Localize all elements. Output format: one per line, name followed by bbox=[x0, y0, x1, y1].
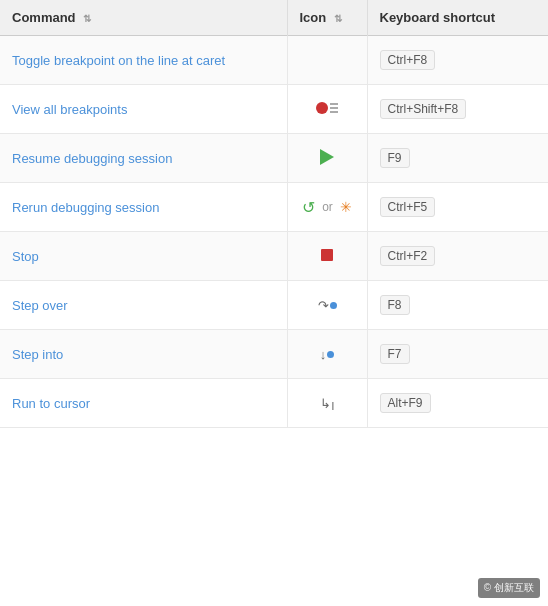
table-row: Step into ↓ F7 bbox=[0, 330, 548, 379]
stepinto-icon: ↓ bbox=[320, 347, 335, 362]
icon-cell: ↓ bbox=[287, 330, 367, 379]
command-link[interactable]: Toggle breakpoint on the line at caret bbox=[12, 53, 225, 68]
table-row: Resume debugging sessionF9 bbox=[0, 134, 548, 183]
table-header: Command ⇅ Icon ⇅ Keyboard shortcut bbox=[0, 0, 548, 36]
command-cell: Step into bbox=[0, 330, 287, 379]
shortcut-header[interactable]: Keyboard shortcut bbox=[367, 0, 548, 36]
shortcut-badge: Ctrl+Shift+F8 bbox=[380, 99, 467, 119]
icon-cell bbox=[287, 85, 367, 134]
shortcut-cell: F7 bbox=[367, 330, 548, 379]
command-link[interactable]: Run to cursor bbox=[12, 396, 90, 411]
command-cell: View all breakpoints bbox=[0, 85, 287, 134]
icon-cell: ↺ or ✳ bbox=[287, 183, 367, 232]
play-icon bbox=[320, 149, 334, 165]
shortcut-cell: Ctrl+F5 bbox=[367, 183, 548, 232]
shortcut-cell: Alt+F9 bbox=[367, 379, 548, 428]
shortcut-cell: F9 bbox=[367, 134, 548, 183]
command-cell: Toggle breakpoint on the line at caret bbox=[0, 36, 287, 85]
command-link[interactable]: Resume debugging session bbox=[12, 151, 172, 166]
command-cell: Rerun debugging session bbox=[0, 183, 287, 232]
command-cell: Step over bbox=[0, 281, 287, 330]
icon-header[interactable]: Icon ⇅ bbox=[287, 0, 367, 36]
shortcut-cell: Ctrl+Shift+F8 bbox=[367, 85, 548, 134]
table-row: Run to cursor ↳ I Alt+F9 bbox=[0, 379, 548, 428]
shortcut-badge: Ctrl+F5 bbox=[380, 197, 436, 217]
stepover-icon: ↷ bbox=[318, 298, 337, 313]
shortcut-badge: Ctrl+F8 bbox=[380, 50, 436, 70]
command-sort-icon[interactable]: ⇅ bbox=[83, 13, 91, 24]
icon-cell: ↷ bbox=[287, 281, 367, 330]
table-row: View all breakpoints Ctrl+Shift+F8 bbox=[0, 85, 548, 134]
shortcuts-table: Command ⇅ Icon ⇅ Keyboard shortcut Toggl… bbox=[0, 0, 548, 428]
command-link[interactable]: Step into bbox=[12, 347, 63, 362]
stop-icon bbox=[321, 249, 333, 261]
icon-cell: ↳ I bbox=[287, 379, 367, 428]
breakpoint-icon bbox=[316, 102, 338, 114]
shortcut-cell: F8 bbox=[367, 281, 548, 330]
command-cell: Stop bbox=[0, 232, 287, 281]
shortcut-cell: Ctrl+F2 bbox=[367, 232, 548, 281]
table-row: Toggle breakpoint on the line at caretCt… bbox=[0, 36, 548, 85]
command-cell: Run to cursor bbox=[0, 379, 287, 428]
command-header[interactable]: Command ⇅ bbox=[0, 0, 287, 36]
command-link[interactable]: Stop bbox=[12, 249, 39, 264]
table-row: Rerun debugging session ↺ or ✳ Ctrl+F5 bbox=[0, 183, 548, 232]
shortcut-badge: F9 bbox=[380, 148, 410, 168]
icon-cell bbox=[287, 134, 367, 183]
shortcut-badge: Alt+F9 bbox=[380, 393, 431, 413]
command-link[interactable]: Step over bbox=[12, 298, 68, 313]
icon-cell bbox=[287, 36, 367, 85]
icon-cell bbox=[287, 232, 367, 281]
icon-sort-icon[interactable]: ⇅ bbox=[334, 13, 342, 24]
command-link[interactable]: View all breakpoints bbox=[12, 102, 127, 117]
table-row: Step over ↷ F8 bbox=[0, 281, 548, 330]
command-link[interactable]: Rerun debugging session bbox=[12, 200, 159, 215]
shortcut-badge: Ctrl+F2 bbox=[380, 246, 436, 266]
command-cell: Resume debugging session bbox=[0, 134, 287, 183]
rerun-icon: ↺ or ✳ bbox=[302, 198, 352, 217]
shortcut-cell: Ctrl+F8 bbox=[367, 36, 548, 85]
runtocursor-icon: ↳ I bbox=[320, 396, 335, 411]
table-row: StopCtrl+F2 bbox=[0, 232, 548, 281]
shortcut-badge: F7 bbox=[380, 344, 410, 364]
shortcut-badge: F8 bbox=[380, 295, 410, 315]
